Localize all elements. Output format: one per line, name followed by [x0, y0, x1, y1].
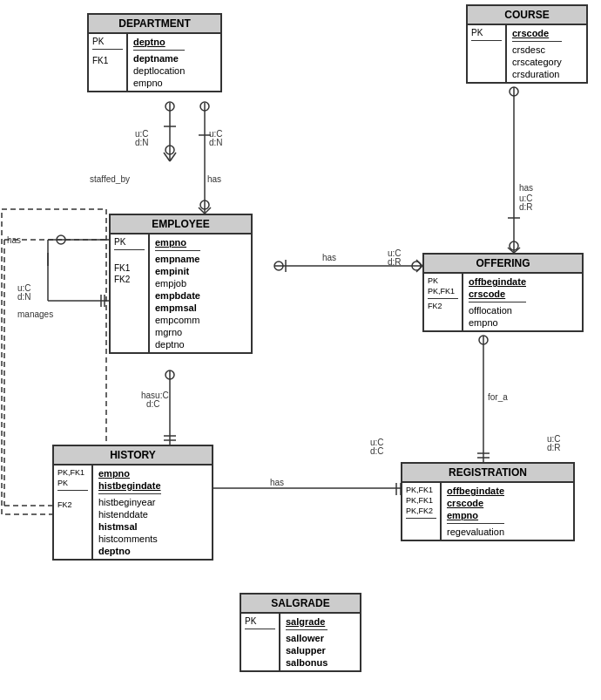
- salgrade-entity: SALGRADE PK salgrade sallower salupper s…: [240, 593, 361, 672]
- emp-attr-mgrno: mgrno: [155, 326, 200, 338]
- emp-attr-empmsal: empmsal: [155, 302, 200, 314]
- svg-line-5: [170, 153, 176, 161]
- sal-attr-salbonus: salbonus: [286, 656, 328, 669]
- offering-pkfk1-label: PK,FK1: [428, 287, 455, 296]
- department-title: DEPARTMENT: [89, 15, 220, 34]
- dept-fk1-label: FK1: [92, 56, 108, 65]
- diagram-container: COURSE PK crscode crsdesc crscategory cr…: [0, 0, 601, 700]
- reg-pk-empno: empno: [447, 510, 478, 520]
- svg-line-4: [164, 153, 170, 161]
- history-title: HISTORY: [54, 446, 212, 466]
- label-for-a: for_a: [488, 392, 508, 402]
- emp-attr-deptno: deptno: [155, 338, 200, 350]
- dept-attr-deptlocation: deptlocation: [133, 65, 185, 77]
- hist-pk-empno: empno: [98, 468, 130, 479]
- offering-pk-crscode: crscode: [469, 289, 505, 299]
- offering-attr-offlocation: offlocation: [469, 304, 526, 316]
- svg-line-35: [416, 260, 422, 266]
- course-entity: COURSE PK crscode crsdesc crscategory cr…: [466, 4, 588, 84]
- svg-point-13: [200, 200, 209, 209]
- course-pk-label: PK: [471, 28, 483, 37]
- reg-pk-offbegindate: offbegindate: [447, 486, 504, 496]
- dept-attr-deptname: deptname: [133, 52, 185, 65]
- label-dn-left: d:N: [17, 292, 31, 302]
- svg-point-19: [57, 235, 65, 244]
- hist-pkfk1-label: PK,FK1: [57, 468, 84, 477]
- svg-point-33: [274, 262, 283, 270]
- svg-point-2: [165, 102, 174, 111]
- label-manages: manages: [17, 309, 53, 319]
- dept-attr-empno: empno: [133, 77, 185, 89]
- svg-point-9: [200, 102, 209, 111]
- hist-attr-histenddate: histenddate: [98, 508, 161, 520]
- svg-point-27: [165, 370, 174, 379]
- emp-pk-attr: empno: [155, 237, 186, 248]
- emp-pk-label: PK: [114, 237, 125, 247]
- sal-pk-label: PK: [245, 616, 256, 626]
- label-dc: d:C: [146, 399, 160, 409]
- label-has-emp-hist: has: [270, 478, 284, 487]
- hist-fk2-label: FK2: [57, 500, 72, 509]
- employee-title: EMPLOYEE: [111, 215, 251, 234]
- label-dr-course: d:R: [519, 202, 533, 212]
- label-dr-reg2: d:R: [547, 443, 561, 452]
- offering-attr-empno: empno: [469, 316, 526, 329]
- svg-line-11: [199, 207, 205, 214]
- offering-pk-label: PK: [428, 276, 438, 285]
- sal-pk-attr: salgrade: [286, 616, 325, 627]
- svg-line-36: [416, 266, 422, 272]
- label-staffed-by: staffed_by: [90, 174, 130, 184]
- svg-point-6: [165, 146, 174, 154]
- label-has-dept: has: [207, 174, 221, 184]
- label-dr-emp-offering: d:R: [388, 257, 402, 267]
- course-attr-crsdesc: crsdesc: [512, 44, 562, 56]
- reg-pk-crscode: crscode: [447, 498, 483, 508]
- sal-attr-salupper: salupper: [286, 644, 328, 656]
- emp-attr-empbdate: empbdate: [155, 289, 200, 302]
- emp-fk1-label: FK1: [114, 263, 130, 273]
- emp-attr-empcomm: empcomm: [155, 314, 200, 326]
- registration-title: REGISTRATION: [402, 464, 573, 483]
- department-entity: DEPARTMENT PK FK1 deptno deptname deptlo…: [87, 13, 222, 92]
- emp-attr-empname: empname: [155, 253, 200, 265]
- label-has-emp-offering: has: [322, 253, 336, 262]
- history-entity: HISTORY PK,FK1 PK FK2 empno histbegindat…: [52, 445, 213, 561]
- offering-pk-offbegindate: offbegindate: [469, 276, 526, 287]
- dept-pk-attr: deptno: [133, 37, 165, 47]
- offering-fk2-label: FK2: [428, 302, 442, 310]
- svg-point-43: [510, 241, 518, 250]
- hist-attr-histcomments: histcomments: [98, 533, 161, 545]
- label-dn-dept-has: d:N: [209, 138, 223, 147]
- svg-point-39: [510, 87, 518, 96]
- offering-entity: OFFERING PK PK,FK1 FK2 offbegindate crsc…: [422, 253, 584, 332]
- course-pk-attr: crscode: [512, 28, 549, 38]
- hist-attr-deptno: deptno: [98, 545, 161, 557]
- course-attr-crscategory: crscategory: [512, 56, 562, 68]
- employee-entity: EMPLOYEE PK FK1 FK2 empno empname empini…: [109, 214, 253, 354]
- sal-attr-sallower: sallower: [286, 632, 328, 644]
- hist-pk-histbegindate: histbegindate: [98, 480, 161, 491]
- svg-line-12: [205, 207, 211, 214]
- hist-attr-histbeginyear: histbeginyear: [98, 496, 161, 508]
- label-dc-reg1: d:C: [370, 446, 384, 456]
- salgrade-title: SALGRADE: [241, 595, 360, 614]
- hist-pk-label: PK: [57, 479, 68, 487]
- course-title: COURSE: [468, 6, 586, 25]
- reg-pkfk1-label1: PK,FK1: [406, 486, 433, 494]
- reg-attr-regevaluation: regevaluation: [447, 526, 504, 538]
- offering-title: OFFERING: [424, 255, 582, 274]
- label-dn-dept-staffed: d:N: [135, 138, 149, 147]
- emp-fk2-label: FK2: [114, 275, 130, 284]
- emp-attr-empinit: empinit: [155, 265, 200, 277]
- registration-entity: REGISTRATION PK,FK1 PK,FK1 PK,FK2 offbeg…: [401, 462, 575, 541]
- svg-point-37: [412, 262, 421, 270]
- emp-attr-empjob: empjob: [155, 277, 200, 289]
- hist-attr-histmsal: histmsal: [98, 520, 161, 533]
- svg-point-47: [479, 336, 488, 344]
- reg-pkfk2-label: PK,FK2: [406, 506, 433, 515]
- reg-pkfk1-label2: PK,FK1: [406, 496, 433, 505]
- dept-pk-label: PK: [92, 37, 104, 46]
- label-has-course-offering: has: [519, 183, 533, 193]
- label-has-left: has: [7, 235, 21, 245]
- course-attr-crsduration: crsduration: [512, 68, 562, 80]
